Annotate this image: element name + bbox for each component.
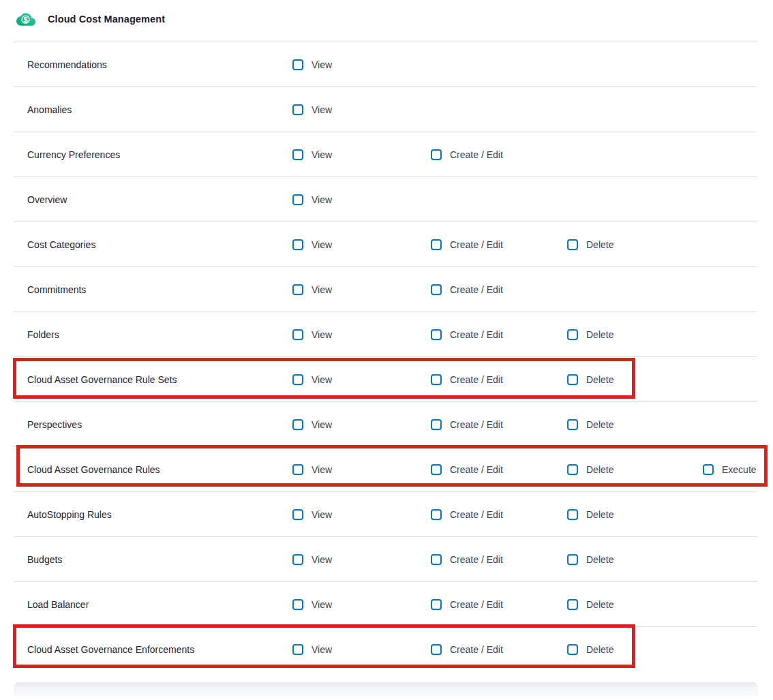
section-header: $ Cloud Cost Management bbox=[16, 7, 165, 31]
delete-cell: Delete bbox=[567, 554, 703, 565]
checkbox-icon[interactable] bbox=[292, 194, 303, 205]
create-edit-cell: Create / Edit bbox=[431, 419, 567, 430]
checkbox-icon[interactable] bbox=[567, 509, 578, 520]
checkbox-icon[interactable] bbox=[292, 374, 303, 385]
delete-cell: Delete bbox=[567, 329, 703, 340]
checkbox-label: Create / Edit bbox=[450, 149, 503, 160]
create-edit-checkbox[interactable]: Create / Edit bbox=[431, 599, 503, 610]
checkbox-icon[interactable] bbox=[431, 329, 442, 340]
checkbox-icon[interactable] bbox=[567, 329, 578, 340]
checkbox-icon[interactable] bbox=[292, 59, 303, 70]
checkbox-icon[interactable] bbox=[292, 329, 303, 340]
checkbox-icon[interactable] bbox=[567, 464, 578, 475]
permission-row: Cloud Asset Governance EnforcementsViewC… bbox=[14, 626, 757, 671]
view-checkbox[interactable]: View bbox=[292, 149, 332, 160]
checkbox-icon[interactable] bbox=[292, 149, 303, 160]
delete-checkbox[interactable]: Delete bbox=[567, 374, 613, 385]
view-checkbox[interactable]: View bbox=[292, 374, 332, 385]
create-edit-checkbox[interactable]: Create / Edit bbox=[431, 554, 503, 565]
checkbox-icon[interactable] bbox=[567, 374, 578, 385]
checkbox-icon[interactable] bbox=[431, 554, 442, 565]
delete-checkbox[interactable]: Delete bbox=[567, 554, 613, 565]
create-edit-checkbox[interactable]: Create / Edit bbox=[431, 509, 503, 520]
checkbox-label: Delete bbox=[586, 509, 613, 520]
checkbox-icon[interactable] bbox=[431, 149, 442, 160]
delete-checkbox[interactable]: Delete bbox=[567, 419, 613, 430]
checkbox-icon[interactable] bbox=[431, 599, 442, 610]
next-section-preview bbox=[14, 682, 758, 696]
resource-name: Perspectives bbox=[27, 419, 82, 430]
checkbox-icon[interactable] bbox=[292, 644, 303, 655]
checkbox-icon[interactable] bbox=[567, 419, 578, 430]
view-cell: View bbox=[292, 149, 431, 160]
checkbox-icon[interactable] bbox=[431, 644, 442, 655]
permission-row: Cloud Asset Governance RulesViewCreate /… bbox=[14, 446, 757, 491]
create-edit-checkbox[interactable]: Create / Edit bbox=[431, 149, 503, 160]
delete-checkbox[interactable]: Delete bbox=[567, 644, 613, 655]
checkbox-icon[interactable] bbox=[292, 599, 303, 610]
checkbox-icon[interactable] bbox=[431, 239, 442, 250]
checkbox-icon[interactable] bbox=[431, 374, 442, 385]
view-cell: View bbox=[292, 59, 431, 70]
checkbox-icon[interactable] bbox=[431, 284, 442, 295]
delete-cell: Delete bbox=[567, 599, 703, 610]
checkbox-label: View bbox=[312, 374, 332, 385]
checkbox-icon[interactable] bbox=[567, 554, 578, 565]
checkbox-icon[interactable] bbox=[703, 464, 714, 475]
view-checkbox[interactable]: View bbox=[292, 509, 332, 520]
create-edit-checkbox[interactable]: Create / Edit bbox=[431, 464, 503, 475]
resource-name: Load Balancer bbox=[27, 599, 89, 610]
checkbox-icon[interactable] bbox=[431, 419, 442, 430]
checkbox-icon[interactable] bbox=[567, 239, 578, 250]
delete-checkbox[interactable]: Delete bbox=[567, 509, 613, 520]
create-edit-checkbox[interactable]: Create / Edit bbox=[431, 644, 503, 655]
view-checkbox[interactable]: View bbox=[292, 419, 332, 430]
create-edit-cell: Create / Edit bbox=[431, 644, 567, 655]
delete-cell: Delete bbox=[567, 419, 703, 430]
view-checkbox[interactable]: View bbox=[292, 464, 332, 475]
permission-row: Cloud Asset Governance Rule SetsViewCrea… bbox=[14, 356, 757, 401]
view-checkbox[interactable]: View bbox=[292, 104, 332, 115]
delete-checkbox[interactable]: Delete bbox=[567, 329, 613, 340]
create-edit-checkbox[interactable]: Create / Edit bbox=[431, 419, 503, 430]
checkbox-label: Create / Edit bbox=[450, 374, 503, 385]
view-checkbox[interactable]: View bbox=[292, 329, 332, 340]
create-edit-checkbox[interactable]: Create / Edit bbox=[431, 329, 503, 340]
checkbox-icon[interactable] bbox=[292, 104, 303, 115]
delete-cell: Delete bbox=[567, 239, 703, 250]
checkbox-label: Delete bbox=[586, 554, 613, 565]
view-checkbox[interactable]: View bbox=[292, 194, 332, 205]
checkbox-icon[interactable] bbox=[292, 464, 303, 475]
view-cell: View bbox=[292, 329, 431, 340]
execute-checkbox[interactable]: Execute bbox=[703, 464, 757, 475]
checkbox-icon[interactable] bbox=[431, 509, 442, 520]
checkbox-icon[interactable] bbox=[431, 464, 442, 475]
view-cell: View bbox=[292, 599, 431, 610]
create-edit-checkbox[interactable]: Create / Edit bbox=[431, 239, 503, 250]
checkbox-icon[interactable] bbox=[292, 284, 303, 295]
checkbox-icon[interactable] bbox=[292, 239, 303, 250]
permission-row: RecommendationsView bbox=[14, 42, 757, 87]
permission-row: Load BalancerViewCreate / EditDelete bbox=[14, 581, 757, 626]
view-checkbox[interactable]: View bbox=[292, 599, 332, 610]
create-edit-cell: Create / Edit bbox=[431, 329, 567, 340]
view-checkbox[interactable]: View bbox=[292, 239, 332, 250]
create-edit-checkbox[interactable]: Create / Edit bbox=[431, 284, 503, 295]
delete-checkbox[interactable]: Delete bbox=[567, 599, 613, 610]
checkbox-icon[interactable] bbox=[567, 644, 578, 655]
delete-checkbox[interactable]: Delete bbox=[567, 239, 613, 250]
checkbox-icon[interactable] bbox=[567, 599, 578, 610]
checkbox-icon[interactable] bbox=[292, 419, 303, 430]
checkbox-label: View bbox=[312, 329, 332, 340]
resource-name: Overview bbox=[27, 194, 67, 205]
view-checkbox[interactable]: View bbox=[292, 59, 332, 70]
create-edit-checkbox[interactable]: Create / Edit bbox=[431, 374, 503, 385]
view-checkbox[interactable]: View bbox=[292, 644, 332, 655]
checkbox-icon[interactable] bbox=[292, 554, 303, 565]
checkbox-label: Execute bbox=[722, 464, 757, 475]
checkbox-label: View bbox=[312, 59, 332, 70]
delete-checkbox[interactable]: Delete bbox=[567, 464, 613, 475]
view-checkbox[interactable]: View bbox=[292, 554, 332, 565]
checkbox-icon[interactable] bbox=[292, 509, 303, 520]
view-checkbox[interactable]: View bbox=[292, 284, 332, 295]
